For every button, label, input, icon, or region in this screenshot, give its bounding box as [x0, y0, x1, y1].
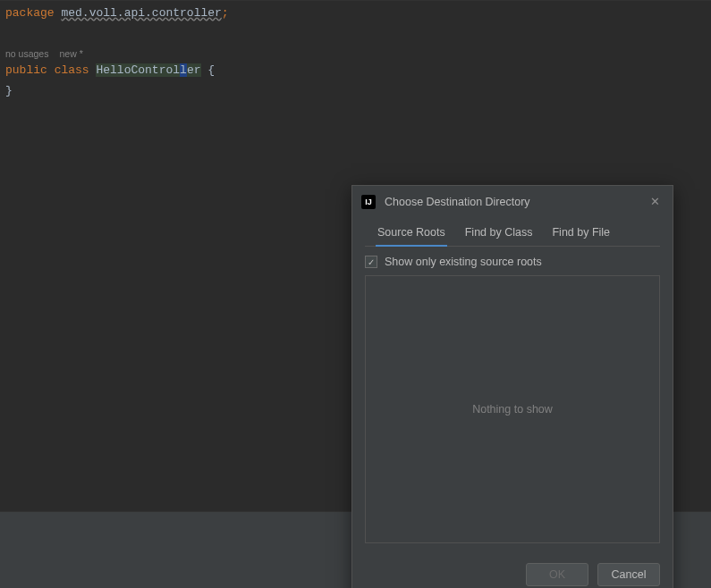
code-line: package med.voll.api.controller;	[0, 4, 711, 23]
code-editor[interactable]: package med.voll.api.controller; no usag…	[0, 0, 711, 105]
dialog-tabs: Source Roots Find by Class Find by File	[365, 217, 660, 247]
cancel-button[interactable]: Cancel	[597, 563, 660, 586]
inlay-hints: no usagesnew *	[0, 43, 711, 61]
usages-hint: no usages	[5, 48, 48, 59]
code-line: }	[0, 81, 711, 101]
empty-state-text: Nothing to show	[472, 403, 553, 416]
intellij-icon: IJ	[361, 195, 376, 209]
semicolon: ;	[222, 6, 229, 20]
tab-find-by-class[interactable]: Find by Class	[463, 221, 535, 246]
text-cursor: l	[180, 63, 187, 77]
choose-destination-dialog: IJ Choose Destination Directory ✕ Source…	[351, 185, 673, 588]
tab-find-by-file[interactable]: Find by File	[550, 221, 612, 246]
checkbox-label: Show only existing source roots	[385, 256, 542, 268]
dialog-buttons: OK Cancel	[352, 556, 673, 588]
brace-close: }	[5, 84, 13, 97]
show-existing-checkbox[interactable]: ✓	[365, 256, 377, 268]
dialog-title-text: Choose Destination Directory	[385, 196, 530, 208]
ok-button[interactable]: OK	[526, 563, 588, 586]
keyword-public: public	[5, 63, 47, 77]
keyword-class: class	[55, 63, 89, 77]
package-name: med.voll.api.controller	[61, 6, 221, 20]
class-name: HelloController	[96, 63, 200, 77]
close-icon[interactable]: ✕	[647, 193, 664, 210]
dialog-titlebar[interactable]: IJ Choose Destination Directory ✕	[352, 186, 673, 217]
code-line: public class HelloController {	[0, 61, 711, 80]
keyword-package: package	[5, 6, 55, 20]
directory-list-panel[interactable]: Nothing to show	[365, 275, 660, 543]
checkbox-row: ✓ Show only existing source roots	[352, 247, 673, 275]
vcs-hint: new *	[59, 48, 82, 59]
blank-line	[0, 23, 711, 43]
tab-source-roots[interactable]: Source Roots	[376, 221, 447, 246]
brace-open: {	[201, 63, 216, 77]
